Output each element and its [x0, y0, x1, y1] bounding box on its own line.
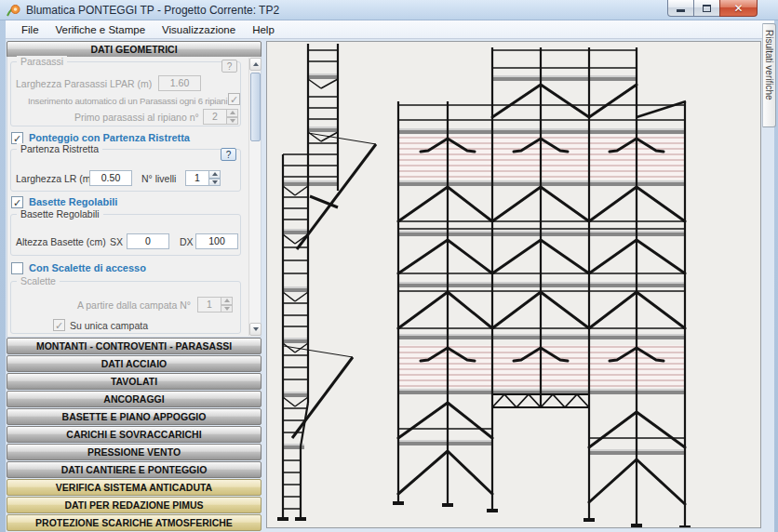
group-scalette-label: Scalette [17, 275, 60, 286]
drawing-canvas [266, 41, 761, 528]
scroll-down-button[interactable] [249, 323, 262, 336]
close-icon: ✕ [733, 3, 743, 14]
scalette-accesso-checkbox[interactable] [11, 262, 23, 274]
menu-help[interactable]: Help [244, 22, 283, 37]
section-dati-cantiere-e-ponteggio[interactable]: DATI CANTIERE E PONTEGGIO [7, 461, 262, 478]
larghezza-parasassi-label: Larghezza Parasassi LPAR (m) [16, 78, 152, 89]
section-dati-per-redazione-pimus[interactable]: DATI PER REDAZIONE PIMUS [7, 497, 262, 513]
sx-field[interactable]: 0 [127, 233, 169, 249]
group-basette-label: Basette Regolabili [17, 208, 103, 219]
primo-parasassi-stepper: 2 [203, 109, 238, 125]
section-protezione-scariche-atmosferiche[interactable]: PROTEZIONE SCARICHE ATMOSFERICHE [7, 514, 262, 531]
minimize-button[interactable] [667, 0, 694, 17]
section-dati-acciaio[interactable]: DATI ACCIAIO [7, 355, 262, 372]
n-livelli-label: N° livelli [141, 173, 176, 184]
stepper-up-icon[interactable] [209, 170, 221, 179]
inserimento-automatico-checkbox: ✓ [228, 93, 240, 105]
scaffold-front-view [393, 47, 691, 527]
section-carichi-e-sovraccarichi[interactable]: CARICHI E SOVRACCARICHI [7, 426, 262, 443]
menu-bar: File Verifiche e Stampe Visualizzazione … [6, 20, 774, 39]
scroll-up-icon [253, 62, 259, 66]
form-scrollbar[interactable] [248, 58, 261, 336]
su-unica-campata-checkbox: ✓ [53, 319, 65, 331]
larghezza-parasassi-field: 1.60 [158, 75, 201, 91]
stepper-up-icon [227, 109, 238, 117]
menu-verifiche-e-stampe[interactable]: Verifiche e Stampe [47, 22, 154, 37]
tab-risultati-verifiche-label: Risultati verifiche [764, 30, 774, 100]
primo-parasassi-label: Primo parasassi al ripiano n° [74, 112, 197, 123]
scalette-accesso-checkbox-label[interactable]: Con Scalette di accesso [29, 262, 146, 273]
larghezza-lr-label: Larghezza LR (m) [16, 173, 94, 184]
scroll-up-button[interactable] [249, 58, 262, 71]
menu-file[interactable]: File [13, 22, 47, 37]
stepper-down-icon[interactable] [209, 179, 221, 187]
n-livelli-value: 1 [185, 170, 209, 186]
stepper-down-icon [227, 117, 238, 126]
stepper-up-icon [221, 297, 233, 305]
basette-regolabili-checkbox[interactable]: ✓ [11, 196, 23, 208]
inserimento-automatico-label: Inserimento automatico di un Parasassi o… [28, 96, 225, 106]
dx-label: DX [180, 236, 194, 247]
basette-regolabili-checkbox-label[interactable]: Basette Regolabili [29, 196, 117, 207]
close-button[interactable]: ✕ [719, 0, 758, 17]
scaffold-drawing [267, 42, 760, 527]
maximize-button[interactable] [694, 0, 719, 17]
section-tavolati[interactable]: TAVOLATI [7, 373, 262, 390]
scaffold-side-view [277, 44, 376, 521]
altezza-basette-label: Altezza Basette (cm) [16, 236, 106, 247]
partenza-ristretta-checkbox-label[interactable]: Ponteggio con Partenza Ristretta [29, 132, 190, 143]
app-window: Blumatica PONTEGGI TP - Progetto Corrent… [0, 0, 778, 532]
section-basette-e-piano-appoggio[interactable]: BASETTE E PIANO APPOGGIO [7, 408, 262, 425]
stepper-down-icon [221, 305, 233, 313]
su-unica-campata-label: Su unica campata [70, 320, 148, 331]
larghezza-lr-field[interactable]: 0.50 [89, 170, 132, 186]
section-ancoraggi[interactable]: ANCORAGGI [7, 391, 262, 407]
n-livelli-stepper[interactable]: 1 [185, 170, 221, 186]
dx-field[interactable]: 100 [195, 233, 238, 249]
minimize-icon [677, 9, 685, 12]
partenza-help-button[interactable]: ? [221, 148, 236, 161]
maximize-icon [703, 5, 711, 12]
section-pressione-vento[interactable]: PRESSIONE VENTO [7, 444, 262, 460]
parasassi-help-button: ? [221, 60, 237, 73]
section-verifica-sistema-anticaduta[interactable]: VERIFICA SISTEMA ANTICADUTA [7, 479, 262, 496]
campata-stepper: 1 [197, 297, 233, 313]
tab-risultati-verifiche[interactable]: Risultati verifiche [762, 23, 776, 127]
group-parasassi-label: Parasassi [17, 56, 67, 67]
window-controls: ✕ [667, 0, 758, 17]
section-montanti-controventi-parasassi[interactable]: MONTANTI - CONTROVENTI - PARASASSI [7, 338, 262, 354]
app-icon [7, 4, 20, 18]
primo-parasassi-value: 2 [203, 109, 227, 125]
title-bar: Blumatica PONTEGGI TP - Progetto Corrent… [0, 0, 778, 20]
scrollbar-thumb[interactable] [250, 73, 261, 141]
scroll-down-icon [253, 327, 259, 331]
menu-visualizzazione[interactable]: Visualizzazione [154, 22, 244, 37]
group-partenza-label: Partenza Ristretta [17, 143, 102, 154]
window-title: Blumatica PONTEGGI TP - Progetto Corrent… [26, 4, 279, 17]
sx-label: SX [110, 236, 123, 247]
campata-value: 1 [197, 297, 221, 313]
campata-label: A partire dalla campata N° [56, 299, 191, 311]
